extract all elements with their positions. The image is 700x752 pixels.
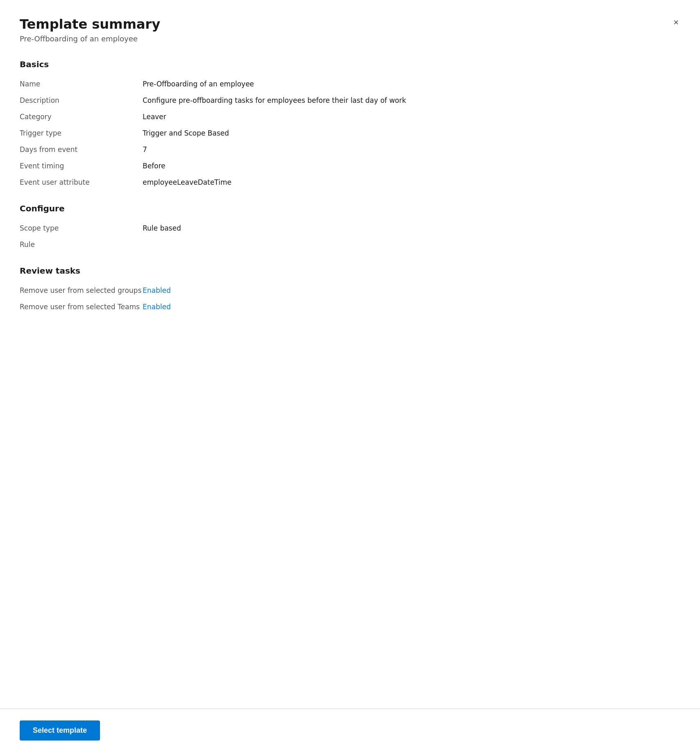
field-label-event-user-attribute: Event user attribute bbox=[20, 178, 143, 186]
field-days-from-event: Days from event 7 bbox=[20, 141, 680, 158]
field-description: Description Configure pre-offboarding ta… bbox=[20, 92, 680, 109]
field-value-event-user-attribute: employeeLeaveDateTime bbox=[143, 178, 232, 186]
field-value-event-timing: Before bbox=[143, 162, 166, 170]
field-value-description: Configure pre-offboarding tasks for empl… bbox=[143, 96, 406, 104]
field-remove-groups: Remove user from selected groups Enabled bbox=[20, 282, 680, 299]
panel-title: Template summary bbox=[20, 16, 160, 32]
field-value-days-from-event: 7 bbox=[143, 145, 147, 154]
field-event-user-attribute: Event user attribute employeeLeaveDateTi… bbox=[20, 174, 680, 190]
field-label-name: Name bbox=[20, 80, 143, 88]
field-value-name: Pre-Offboarding of an employee bbox=[143, 80, 254, 88]
field-trigger-type: Trigger type Trigger and Scope Based bbox=[20, 125, 680, 141]
field-value-scope-type: Rule based bbox=[143, 224, 181, 232]
field-label-remove-teams: Remove user from selected Teams bbox=[20, 303, 143, 311]
field-remove-teams: Remove user from selected Teams Enabled bbox=[20, 299, 680, 315]
title-group: Template summary Pre-Offboarding of an e… bbox=[20, 16, 160, 43]
configure-section-title: Configure bbox=[20, 204, 680, 213]
review-tasks-section: Review tasks Remove user from selected g… bbox=[20, 266, 680, 315]
field-value-category: Leaver bbox=[143, 113, 166, 121]
field-label-scope-type: Scope type bbox=[20, 224, 143, 232]
field-label-days-from-event: Days from event bbox=[20, 145, 143, 154]
field-value-remove-groups: Enabled bbox=[143, 286, 171, 294]
field-label-category: Category bbox=[20, 113, 143, 121]
configure-section: Configure Scope type Rule based Rule bbox=[20, 204, 680, 253]
basics-section: Basics Name Pre-Offboarding of an employ… bbox=[20, 59, 680, 190]
field-name: Name Pre-Offboarding of an employee bbox=[20, 76, 680, 92]
field-value-trigger-type: Trigger and Scope Based bbox=[143, 129, 229, 137]
field-value-remove-teams: Enabled bbox=[143, 303, 171, 311]
field-label-event-timing: Event timing bbox=[20, 162, 143, 170]
field-label-remove-groups: Remove user from selected groups bbox=[20, 286, 143, 294]
select-template-button[interactable]: Select template bbox=[20, 720, 100, 741]
footer: Select template bbox=[0, 709, 700, 752]
panel-subtitle: Pre-Offboarding of an employee bbox=[20, 34, 160, 43]
review-tasks-section-title: Review tasks bbox=[20, 266, 680, 276]
field-event-timing: Event timing Before bbox=[20, 158, 680, 174]
field-scope-type: Scope type Rule based bbox=[20, 220, 680, 236]
field-rule: Rule bbox=[20, 236, 680, 253]
template-summary-panel: Template summary Pre-Offboarding of an e… bbox=[0, 0, 700, 752]
field-label-trigger-type: Trigger type bbox=[20, 129, 143, 137]
basics-section-title: Basics bbox=[20, 59, 680, 69]
field-category: Category Leaver bbox=[20, 109, 680, 125]
panel-header: Template summary Pre-Offboarding of an e… bbox=[20, 16, 680, 43]
field-label-description: Description bbox=[20, 96, 143, 104]
close-button[interactable]: × bbox=[672, 16, 680, 29]
field-label-rule: Rule bbox=[20, 240, 143, 249]
